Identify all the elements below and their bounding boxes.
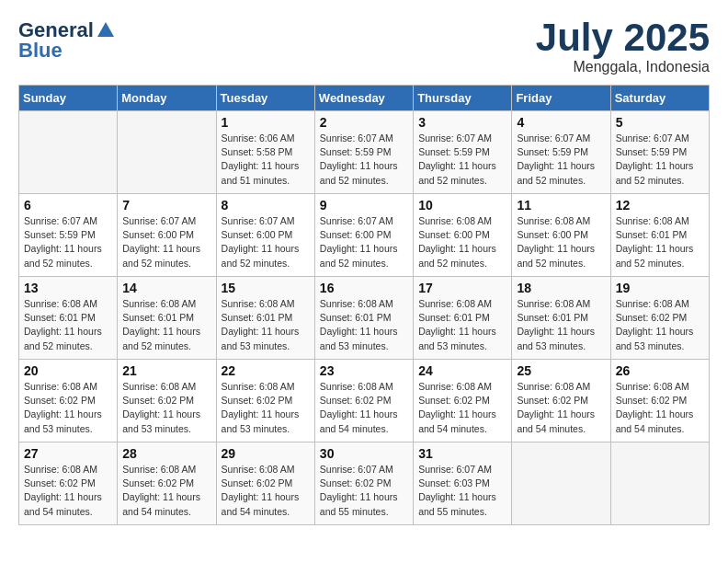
day-cell: 9Sunrise: 6:07 AM Sunset: 6:00 PM Daylig…: [314, 194, 413, 277]
day-info: Sunrise: 6:07 AM Sunset: 6:00 PM Dayligh…: [320, 214, 408, 270]
day-info: Sunrise: 6:08 AM Sunset: 6:02 PM Dayligh…: [616, 380, 704, 436]
day-info: Sunrise: 6:07 AM Sunset: 6:03 PM Dayligh…: [418, 463, 506, 519]
day-number: 4: [517, 115, 605, 130]
day-cell: 5Sunrise: 6:07 AM Sunset: 5:59 PM Daylig…: [610, 111, 709, 194]
day-info: Sunrise: 6:08 AM Sunset: 6:02 PM Dayligh…: [222, 380, 310, 436]
col-header-monday: Monday: [118, 86, 216, 111]
day-number: 27: [24, 446, 112, 461]
day-info: Sunrise: 6:07 AM Sunset: 6:02 PM Dayligh…: [320, 463, 408, 519]
day-info: Sunrise: 6:08 AM Sunset: 6:00 PM Dayligh…: [418, 214, 506, 270]
day-number: 18: [517, 281, 605, 295]
day-cell: 4Sunrise: 6:07 AM Sunset: 5:59 PM Daylig…: [512, 111, 610, 194]
month-title: July 2025: [536, 18, 710, 57]
day-number: 16: [320, 281, 408, 295]
day-info: Sunrise: 6:08 AM Sunset: 6:02 PM Dayligh…: [222, 463, 310, 519]
day-info: Sunrise: 6:08 AM Sunset: 6:01 PM Dayligh…: [616, 214, 704, 270]
day-number: 15: [222, 281, 310, 295]
day-cell: 27Sunrise: 6:08 AM Sunset: 6:02 PM Dayli…: [19, 442, 118, 525]
day-cell: 25Sunrise: 6:08 AM Sunset: 6:02 PM Dayli…: [512, 360, 610, 442]
day-info: Sunrise: 6:07 AM Sunset: 6:00 PM Dayligh…: [222, 214, 310, 270]
day-cell: [19, 111, 118, 194]
day-cell: [610, 442, 709, 525]
col-header-tuesday: Tuesday: [216, 86, 314, 111]
day-number: 26: [616, 363, 704, 378]
day-number: 7: [122, 198, 210, 213]
day-cell: 19Sunrise: 6:08 AM Sunset: 6:02 PM Dayli…: [610, 277, 709, 360]
day-cell: 31Sunrise: 6:07 AM Sunset: 6:03 PM Dayli…: [414, 442, 512, 525]
day-cell: 16Sunrise: 6:08 AM Sunset: 6:01 PM Dayli…: [314, 277, 413, 360]
week-row-4: 20Sunrise: 6:08 AM Sunset: 6:02 PM Dayli…: [19, 360, 710, 442]
day-info: Sunrise: 6:08 AM Sunset: 6:02 PM Dayligh…: [122, 380, 210, 436]
day-info: Sunrise: 6:08 AM Sunset: 6:01 PM Dayligh…: [320, 297, 408, 353]
col-header-saturday: Saturday: [610, 86, 709, 111]
day-cell: 2Sunrise: 6:07 AM Sunset: 5:59 PM Daylig…: [314, 111, 413, 194]
day-cell: 21Sunrise: 6:08 AM Sunset: 6:02 PM Dayli…: [118, 360, 216, 442]
day-number: 12: [616, 198, 704, 213]
day-info: Sunrise: 6:08 AM Sunset: 6:01 PM Dayligh…: [418, 297, 506, 353]
day-info: Sunrise: 6:08 AM Sunset: 6:02 PM Dayligh…: [24, 463, 112, 519]
day-cell: 1Sunrise: 6:06 AM Sunset: 5:58 PM Daylig…: [216, 111, 314, 194]
week-row-3: 13Sunrise: 6:08 AM Sunset: 6:01 PM Dayli…: [19, 277, 710, 360]
day-number: 28: [122, 446, 210, 461]
col-header-sunday: Sunday: [19, 86, 118, 111]
day-number: 9: [320, 198, 408, 213]
day-number: 29: [222, 446, 310, 461]
day-info: Sunrise: 6:08 AM Sunset: 6:00 PM Dayligh…: [517, 214, 605, 270]
col-header-friday: Friday: [512, 86, 610, 111]
day-number: 23: [320, 363, 408, 378]
day-number: 21: [122, 363, 210, 378]
day-cell: 12Sunrise: 6:08 AM Sunset: 6:01 PM Dayli…: [610, 194, 709, 277]
day-info: Sunrise: 6:08 AM Sunset: 6:01 PM Dayligh…: [122, 297, 210, 353]
day-info: Sunrise: 6:08 AM Sunset: 6:01 PM Dayligh…: [24, 297, 112, 353]
day-cell: 28Sunrise: 6:08 AM Sunset: 6:02 PM Dayli…: [118, 442, 216, 525]
day-info: Sunrise: 6:07 AM Sunset: 5:59 PM Dayligh…: [418, 132, 506, 188]
day-info: Sunrise: 6:07 AM Sunset: 6:00 PM Dayligh…: [122, 214, 210, 270]
week-row-5: 27Sunrise: 6:08 AM Sunset: 6:02 PM Dayli…: [19, 442, 710, 525]
day-number: 20: [24, 363, 112, 378]
logo-icon: [96, 20, 116, 40]
day-info: Sunrise: 6:07 AM Sunset: 5:59 PM Dayligh…: [320, 132, 408, 188]
title-block: July 2025 Menggala, Indonesia: [536, 18, 710, 75]
day-number: 25: [517, 363, 605, 378]
day-cell: [512, 442, 610, 525]
day-cell: 6Sunrise: 6:07 AM Sunset: 5:59 PM Daylig…: [19, 194, 118, 277]
day-number: 2: [320, 115, 408, 130]
day-number: 13: [24, 281, 112, 295]
header-row: SundayMondayTuesdayWednesdayThursdayFrid…: [19, 86, 710, 111]
day-info: Sunrise: 6:07 AM Sunset: 5:59 PM Dayligh…: [616, 132, 704, 188]
day-cell: 10Sunrise: 6:08 AM Sunset: 6:00 PM Dayli…: [414, 194, 512, 277]
calendar-table: SundayMondayTuesdayWednesdayThursdayFrid…: [18, 85, 710, 525]
day-info: Sunrise: 6:08 AM Sunset: 6:02 PM Dayligh…: [320, 380, 408, 436]
day-info: Sunrise: 6:08 AM Sunset: 6:02 PM Dayligh…: [24, 380, 112, 436]
day-number: 1: [222, 115, 310, 130]
location-subtitle: Menggala, Indonesia: [536, 59, 710, 75]
day-number: 5: [616, 115, 704, 130]
day-info: Sunrise: 6:06 AM Sunset: 5:58 PM Dayligh…: [222, 132, 310, 188]
day-info: Sunrise: 6:08 AM Sunset: 6:01 PM Dayligh…: [222, 297, 310, 353]
day-info: Sunrise: 6:08 AM Sunset: 6:01 PM Dayligh…: [517, 297, 605, 353]
day-cell: 15Sunrise: 6:08 AM Sunset: 6:01 PM Dayli…: [216, 277, 314, 360]
day-cell: 24Sunrise: 6:08 AM Sunset: 6:02 PM Dayli…: [414, 360, 512, 442]
day-cell: 26Sunrise: 6:08 AM Sunset: 6:02 PM Dayli…: [610, 360, 709, 442]
logo: General Blue: [18, 18, 116, 63]
day-number: 19: [616, 281, 704, 295]
col-header-wednesday: Wednesday: [314, 86, 413, 111]
day-cell: 13Sunrise: 6:08 AM Sunset: 6:01 PM Dayli…: [19, 277, 118, 360]
day-cell: 23Sunrise: 6:08 AM Sunset: 6:02 PM Dayli…: [314, 360, 413, 442]
day-info: Sunrise: 6:08 AM Sunset: 6:02 PM Dayligh…: [517, 380, 605, 436]
day-info: Sunrise: 6:08 AM Sunset: 6:02 PM Dayligh…: [418, 380, 506, 436]
day-cell: 3Sunrise: 6:07 AM Sunset: 5:59 PM Daylig…: [414, 111, 512, 194]
day-cell: 29Sunrise: 6:08 AM Sunset: 6:02 PM Dayli…: [216, 442, 314, 525]
day-cell: [118, 111, 216, 194]
day-info: Sunrise: 6:07 AM Sunset: 5:59 PM Dayligh…: [517, 132, 605, 188]
day-info: Sunrise: 6:08 AM Sunset: 6:02 PM Dayligh…: [616, 297, 704, 353]
day-cell: 14Sunrise: 6:08 AM Sunset: 6:01 PM Dayli…: [118, 277, 216, 360]
svg-marker-0: [97, 22, 114, 37]
day-info: Sunrise: 6:08 AM Sunset: 6:02 PM Dayligh…: [122, 463, 210, 519]
day-number: 3: [418, 115, 506, 130]
day-number: 10: [418, 198, 506, 213]
day-number: 22: [222, 363, 310, 378]
day-cell: 20Sunrise: 6:08 AM Sunset: 6:02 PM Dayli…: [19, 360, 118, 442]
day-number: 31: [418, 446, 506, 461]
day-cell: 11Sunrise: 6:08 AM Sunset: 6:00 PM Dayli…: [512, 194, 610, 277]
